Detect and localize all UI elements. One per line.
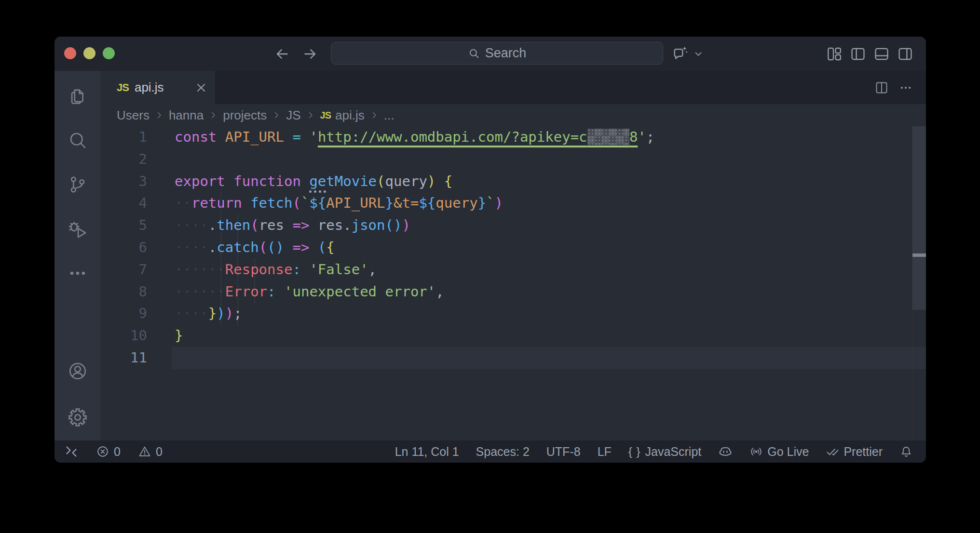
breadcrumb-chevron-icon [208,110,218,120]
line-number: 2 [100,148,147,171]
code-line-11[interactable]: 11 [100,347,926,369]
breadcrumb-item[interactable]: hanna [169,108,204,123]
activity-bar-top [67,85,88,284]
breadcrumb-symbol-tail[interactable]: ... [384,108,395,123]
status-cursor-position[interactable]: Ln 11, Col 1 [395,445,459,459]
line-number: 1 [100,126,147,148]
search-sidebar-icon[interactable] [67,130,88,151]
error-icon [96,445,109,458]
code-line-10[interactable]: 10} [100,325,926,347]
bell-icon [899,445,913,458]
status-indentation[interactable]: Spaces: 2 [476,445,530,459]
js-file-icon: JS [320,110,331,121]
status-eol-sequence[interactable]: LF [598,445,612,459]
tab-api-js[interactable]: JS api.js [100,71,215,104]
titlebar: Search [54,37,926,71]
minimize-window-button[interactable] [83,47,95,59]
editor-more-actions-icon[interactable] [898,80,913,95]
code-line-8[interactable]: 8······Error: 'unexpected error', [100,281,926,303]
command-center-search[interactable]: Search [331,42,663,65]
line-number: 6 [100,237,147,259]
status-errors-count[interactable]: 0 [96,445,121,459]
code-line-9[interactable]: 9····})); [100,303,926,325]
code-text: ····})); [175,303,242,325]
breadcrumb-item[interactable]: JS [286,108,300,123]
copilot-chevron-down-icon[interactable] [693,49,704,59]
source-control-icon[interactable] [67,174,88,195]
breadcrumb-item[interactable]: Users [117,108,150,123]
breadcrumb-chevron-icon [272,110,281,120]
toggle-panel-icon[interactable] [873,46,890,62]
line-number: 8 [100,281,147,303]
breadcrumb-chevron-icon [306,110,315,120]
code-line-7[interactable]: 7······Response: 'False', [100,259,926,281]
history-navigation [274,37,318,71]
zoom-window-button[interactable] [103,47,115,59]
breadcrumb-file[interactable]: JSapi.js [320,108,365,123]
code-line-4[interactable]: 4··return fetch(`${API_URL}&t=${query}`) [100,192,926,214]
close-window-button[interactable] [64,47,76,59]
remote-icon [64,444,79,459]
settings-gear-icon[interactable] [67,407,88,428]
status-text: 0 [114,445,121,459]
customize-layout-icon[interactable] [826,46,843,62]
forward-button[interactable] [302,46,318,62]
overview-ruler-cursor-marker [912,253,926,257]
scrollbar-thumb[interactable] [912,126,926,310]
breadcrumb-chevron-icon [154,110,164,120]
accounts-icon[interactable] [67,360,88,382]
code-text: ··return fetch(`${API_URL}&t=${query}`) [175,192,503,214]
more-views-icon[interactable] [67,263,88,284]
status-bar: 00 Ln 11, Col 1Spaces: 2UTF-8LF{ }JavaSc… [54,440,926,463]
back-button[interactable] [274,46,290,62]
status-text: UTF-8 [546,445,581,459]
status-warnings-count[interactable]: 0 [138,445,163,459]
status-text: LF [598,445,612,459]
status-language-mode[interactable]: { }JavaScript [628,445,701,459]
status-bar-left: 00 [64,444,163,459]
split-editor-icon[interactable] [874,80,889,95]
breadcrumb-item[interactable]: projects [223,108,267,123]
code-line-3[interactable]: 3export function getMovie(query) { [100,171,926,193]
status-prettier[interactable]: Prettier [826,445,883,459]
copilot-controls [672,37,704,71]
run-debug-icon[interactable] [67,218,88,240]
line-number: 9 [100,303,147,325]
status-copilot-status[interactable] [718,444,733,459]
status-text: JavaScript [645,445,702,459]
status-go-live[interactable]: Go Live [749,445,809,459]
code-lines: 1const API_URL = 'http://www.omdbapi.com… [100,126,926,369]
status-remote-indicator[interactable] [64,444,79,459]
braces-icon: { } [628,445,641,458]
code-text: } [175,325,183,347]
tab-label: api.js [135,80,164,95]
explorer-icon[interactable] [67,85,88,107]
tab-bar: JS api.js [100,71,926,104]
broadcast-icon [749,445,763,458]
editor-scrollbar[interactable] [912,126,926,440]
status-encoding[interactable]: UTF-8 [546,445,581,459]
code-line-1[interactable]: 1const API_URL = 'http://www.omdbapi.com… [100,126,926,148]
line-number: 11 [100,347,147,369]
toggle-secondary-sidebar-icon[interactable] [897,46,913,62]
status-notifications[interactable] [899,445,913,458]
status-text: Go Live [767,445,809,459]
code-line-5[interactable]: 5····.then(res => res.json()) [100,214,926,237]
copilot-icon [718,444,733,459]
breadcrumb-file-label: api.js [335,108,365,123]
status-bar-right: Ln 11, Col 1Spaces: 2UTF-8LF{ }JavaScrip… [395,444,913,459]
tab-close-icon[interactable] [195,81,207,94]
code-text: const API_URL = 'http://www.omdbapi.com/… [175,126,654,148]
status-text: 0 [156,445,163,459]
code-line-2[interactable]: 2 [100,148,926,171]
warning-icon [138,445,151,458]
breadcrumb: UsershannaprojectsJSJSapi.js... [100,104,926,126]
code-editor[interactable]: 1const API_URL = 'http://www.omdbapi.com… [100,126,926,440]
search-placeholder: Search [485,46,527,61]
code-line-6[interactable]: 6····.catch(() => ({ [100,237,926,259]
desktop-background: Search [0,0,980,533]
copilot-chat-icon[interactable] [672,46,688,62]
editor-actions [874,71,913,104]
toggle-primary-sidebar-icon[interactable] [850,46,866,62]
workbench: JS api.js UsershannaprojectsJSJSapi.js..… [54,71,926,440]
